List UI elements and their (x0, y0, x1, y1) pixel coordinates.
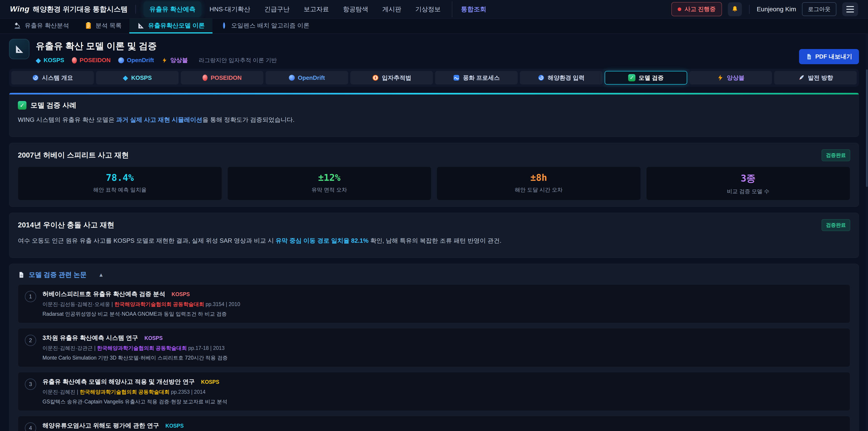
clipboard-icon (85, 22, 92, 29)
sub-tabbar: 유출유 확산분석 분석 목록 유출유확산모델 이론 오일펜스 배치 알고리즘 이… (0, 19, 868, 34)
rocket-icon (798, 74, 805, 81)
app-logo: Wing 해양환경 위기대응 통합시스템 (10, 4, 128, 14)
chip-ocean-env-input[interactable]: 해양환경 입력 (520, 71, 602, 85)
document-icon (806, 54, 812, 60)
chip-system-overview[interactable]: 시스템 개요 (11, 71, 94, 85)
red-orb-icon (72, 57, 77, 63)
page-header: 유출유 확산 모델 이론 및 검증 ◆ KOSPS POSEIDON OpenD… (9, 39, 859, 64)
model-tag: KOSPS (145, 335, 163, 341)
paper-desc: Radarsat 인공위성영상 비교 분석·NOAA GNOME과 동일 입력조… (42, 311, 240, 317)
nav-weather-info[interactable]: 기상정보 (409, 1, 446, 17)
cyclone-icon (538, 74, 545, 81)
paper-venue: 한국해양과학기술협의회 공동학술대회 (80, 389, 169, 395)
paper-title: 허베이스피리트호 유출유 확산예측 검증 분석 (42, 290, 165, 298)
collapse-button[interactable]: ▲ (98, 272, 104, 278)
lightning-icon (717, 74, 724, 81)
bell-icon (731, 6, 739, 13)
paper-number: 1 (25, 291, 36, 302)
page-icon-tile (9, 39, 29, 59)
blue-orb-icon (118, 57, 124, 63)
tab-oil-fence-theory[interactable]: 오일펜스 배치 알고리즘 이론 (213, 19, 317, 33)
paper-row-4[interactable]: 4 해양유류오염사고 위해도 평가에 관한 연구 KOSPS 이문진·김혜진 |… (18, 416, 850, 431)
main-nav: 유출유 확산예측 HNS·대기확산 긴급구난 보고자료 항공탐색 게시판 기상정… (144, 1, 492, 17)
nav-oil-spill-forecast[interactable]: 유출유 확산예측 (144, 1, 202, 17)
nav-hns-dispersion[interactable]: HNS·대기확산 (204, 1, 256, 17)
notifications-button[interactable] (728, 2, 742, 16)
paper-title: 유출유 확산예측 모델의 해양사고 적용 및 개선방안 연구 (42, 378, 195, 386)
tab-spill-analysis[interactable]: 유출유 확산분석 (6, 19, 77, 33)
logout-button[interactable]: 로그아웃 (802, 2, 836, 16)
microscope-icon (13, 22, 21, 29)
wuyisan-highlight: 유막 중심 이동 경로 일치율 82.1% (276, 237, 368, 244)
chip-poseidon[interactable]: POSEIDON (181, 71, 264, 85)
paper-meta: 이문진·김혜진 | 한국해양과학기술협의회 공동학술대회 pp.2353 | 2… (42, 389, 227, 396)
set-square-icon (137, 22, 145, 29)
chip-model-validation[interactable]: ✓ 모델 검증 (604, 71, 687, 85)
paper-number: 3 (25, 378, 36, 390)
case-title: 2014년 우이산 충돌 사고 재현 (18, 220, 114, 230)
nav-reports[interactable]: 보고자료 (298, 1, 335, 17)
paper-title: 해양유류오염사고 위해도 평가에 관한 연구 (42, 422, 159, 430)
validated-badge: 검증완료 (822, 149, 850, 161)
app-title: 해양환경 위기대응 통합시스템 (33, 4, 128, 14)
validation-intro-card: ✓ 모델 검증 사례 WING 시스템의 유출유 확산 모델은 과거 실제 사고… (9, 93, 859, 137)
badge-poseidon: POSEIDON (72, 57, 111, 64)
paper-row-3[interactable]: 3 유출유 확산예측 모델의 해양사고 적용 및 개선방안 연구 KOSPS 이… (18, 372, 850, 411)
diamond-icon: ◆ (123, 74, 128, 81)
compass-icon (372, 74, 379, 81)
stat-slick-area-error: ±12% 유막 면적 오차 (227, 166, 432, 200)
scrollbar-track (866, 33, 868, 431)
scrollbar-thumb[interactable] (866, 69, 868, 187)
pdf-export-button[interactable]: PDF 내보내기 (799, 49, 859, 64)
model-tag: KOSPS (172, 291, 190, 298)
oil-fence-icon (220, 22, 228, 29)
chip-opendrift[interactable]: OpenDrift (266, 71, 348, 85)
hebei-case-card: 2007년 허베이 스피리트 사고 재현 검증완료 78.4% 해안 표착 예측… (9, 143, 859, 207)
nav-board[interactable]: 게시판 (376, 1, 407, 17)
chip-ensemble[interactable]: 앙상블 (689, 71, 772, 85)
tab-spill-model-theory[interactable]: 유출유확산모델 이론 (129, 19, 213, 33)
diamond-icon: ◆ (36, 57, 41, 64)
paper-meta: 이문진·김혜진·강관근 | 한국해양과학기술협의회 공동학술대회 pp.17-1… (42, 345, 228, 352)
paper-venue: 한국해양과학기술협의회 공동학술대회 (114, 301, 204, 307)
wuyisan-case-card: 2014년 우이산 충돌 사고 재현 검증완료 여수 오동도 인근 원유 유출 … (9, 213, 859, 258)
chip-weathering-process[interactable]: 풍화 프로세스 (435, 71, 518, 85)
page-title: 유출유 확산 모델 이론 및 검증 (36, 40, 277, 52)
paper-number: 4 (25, 423, 36, 431)
paper-number: 2 (25, 335, 36, 346)
paper-meta: 이문진·김선동·김혜진·오세웅 | 한국해양과학기술협의회 공동학술대회 pp.… (42, 301, 240, 308)
chip-particle-tracking[interactable]: 입자추적법 (350, 71, 433, 85)
incident-status-badge: 사고 진행중 (671, 2, 722, 16)
paper-row-1[interactable]: 1 허베이스피리트호 유출유 확산예측 검증 분석 KOSPS 이문진·김선동·… (18, 284, 850, 323)
intro-highlight: 과거 실제 사고 재현 시뮬레이션 (116, 116, 202, 123)
topbar-right: 사고 진행중 Eunjeong Kim 로그아웃 (671, 2, 858, 16)
badge-opendrift: OpenDrift (118, 57, 154, 64)
page-subtitle: 라그랑지안 입자추적 이론 기반 (199, 57, 277, 64)
stat-coast-match: 78.4% 해안 표착 예측 일치율 (18, 166, 222, 200)
nav-integrated-search[interactable]: 통합조회 (452, 1, 492, 17)
chip-future-direction[interactable]: 발전 방향 (774, 71, 857, 85)
nav-aerial-search[interactable]: 항공탐색 (337, 1, 374, 17)
badge-kosps: ◆ KOSPS (36, 57, 64, 64)
nav-emergency-rescue[interactable]: 긴급구난 (258, 1, 296, 17)
paper-row-2[interactable]: 2 3차원 유출유 확산예측 시스템 연구 KOSPS 이문진·김혜진·강관근 … (18, 328, 850, 367)
model-badges: ◆ KOSPS POSEIDON OpenDrift 앙상블 라 (36, 56, 277, 64)
papers-title: 모델 검증 관련 논문 (29, 270, 87, 279)
menu-button[interactable] (842, 2, 858, 16)
user-name: Eunjeong Kim (757, 6, 796, 13)
badge-ensemble: 앙상블 (162, 56, 188, 64)
page-header-text: 유출유 확산 모델 이론 및 검증 ◆ KOSPS POSEIDON OpenD… (36, 39, 277, 64)
paper-desc: GS칼텍스 송유관·Captain Vangelis 유출사고 적용 검증·현장… (42, 398, 227, 405)
chip-kosps[interactable]: ◆ KOSPS (96, 71, 179, 85)
wave-icon (453, 74, 460, 81)
tab-analysis-list[interactable]: 분석 목록 (77, 19, 129, 33)
divider (749, 5, 749, 14)
page-content: 유출유 확산 모델 이론 및 검증 ◆ KOSPS POSEIDON OpenD… (0, 34, 868, 431)
section-title: 모델 검증 사례 (31, 100, 76, 110)
hebei-stats: 78.4% 해안 표착 예측 일치율 ±12% 유막 면적 오차 ±8h 해안 … (18, 166, 850, 200)
model-tag: KOSPS (165, 423, 184, 429)
topbar: Wing 해양환경 위기대응 통합시스템 유출유 확산예측 HNS·대기확산 긴… (0, 0, 868, 19)
paper-desc: Monte Carlo Simulation 기반 3D 확산모델·허베이 스피… (42, 355, 228, 361)
set-square-icon (14, 44, 24, 54)
red-orb-icon (203, 74, 208, 81)
